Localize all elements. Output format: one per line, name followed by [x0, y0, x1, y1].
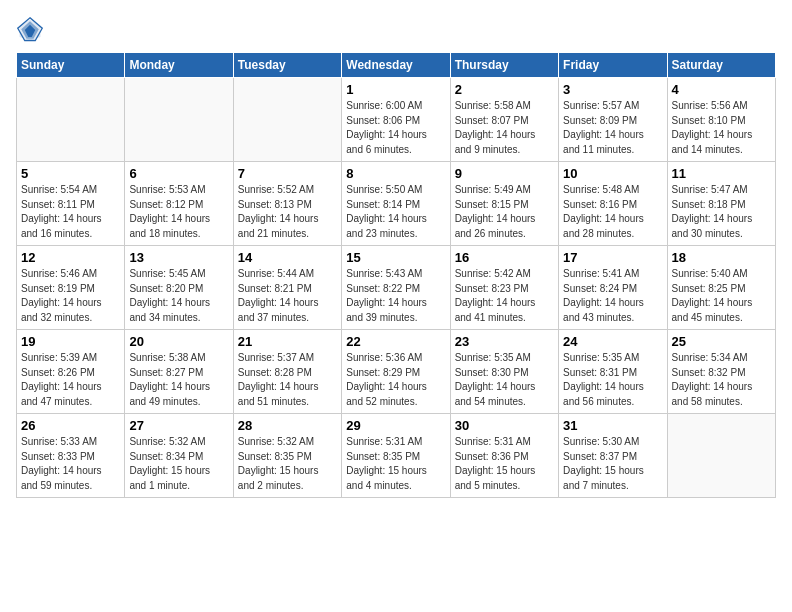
calendar-cell: 13Sunrise: 5:45 AMSunset: 8:20 PMDayligh…: [125, 246, 233, 330]
calendar-cell: 14Sunrise: 5:44 AMSunset: 8:21 PMDayligh…: [233, 246, 341, 330]
day-number: 26: [21, 418, 120, 433]
calendar-day-header: Wednesday: [342, 53, 450, 78]
calendar-header-row: SundayMondayTuesdayWednesdayThursdayFrid…: [17, 53, 776, 78]
calendar-cell: 25Sunrise: 5:34 AMSunset: 8:32 PMDayligh…: [667, 330, 775, 414]
cell-info: Sunrise: 5:52 AMSunset: 8:13 PMDaylight:…: [238, 183, 337, 241]
cell-info: Sunrise: 5:38 AMSunset: 8:27 PMDaylight:…: [129, 351, 228, 409]
day-number: 25: [672, 334, 771, 349]
day-number: 21: [238, 334, 337, 349]
day-number: 15: [346, 250, 445, 265]
cell-info: Sunrise: 5:39 AMSunset: 8:26 PMDaylight:…: [21, 351, 120, 409]
calendar-cell: 19Sunrise: 5:39 AMSunset: 8:26 PMDayligh…: [17, 330, 125, 414]
day-number: 4: [672, 82, 771, 97]
calendar-table: SundayMondayTuesdayWednesdayThursdayFrid…: [16, 52, 776, 498]
cell-info: Sunrise: 5:43 AMSunset: 8:22 PMDaylight:…: [346, 267, 445, 325]
day-number: 13: [129, 250, 228, 265]
cell-info: Sunrise: 5:50 AMSunset: 8:14 PMDaylight:…: [346, 183, 445, 241]
calendar-cell: 12Sunrise: 5:46 AMSunset: 8:19 PMDayligh…: [17, 246, 125, 330]
calendar-cell: [17, 78, 125, 162]
day-number: 31: [563, 418, 662, 433]
calendar-cell: [125, 78, 233, 162]
calendar-cell: 24Sunrise: 5:35 AMSunset: 8:31 PMDayligh…: [559, 330, 667, 414]
cell-info: Sunrise: 5:44 AMSunset: 8:21 PMDaylight:…: [238, 267, 337, 325]
day-number: 8: [346, 166, 445, 181]
day-number: 24: [563, 334, 662, 349]
calendar-cell: 15Sunrise: 5:43 AMSunset: 8:22 PMDayligh…: [342, 246, 450, 330]
cell-info: Sunrise: 5:37 AMSunset: 8:28 PMDaylight:…: [238, 351, 337, 409]
calendar-cell: 7Sunrise: 5:52 AMSunset: 8:13 PMDaylight…: [233, 162, 341, 246]
calendar-cell: 20Sunrise: 5:38 AMSunset: 8:27 PMDayligh…: [125, 330, 233, 414]
cell-info: Sunrise: 5:56 AMSunset: 8:10 PMDaylight:…: [672, 99, 771, 157]
cell-info: Sunrise: 5:36 AMSunset: 8:29 PMDaylight:…: [346, 351, 445, 409]
calendar-cell: 17Sunrise: 5:41 AMSunset: 8:24 PMDayligh…: [559, 246, 667, 330]
calendar-week-row: 19Sunrise: 5:39 AMSunset: 8:26 PMDayligh…: [17, 330, 776, 414]
cell-info: Sunrise: 5:32 AMSunset: 8:34 PMDaylight:…: [129, 435, 228, 493]
logo: [16, 16, 48, 44]
calendar-week-row: 26Sunrise: 5:33 AMSunset: 8:33 PMDayligh…: [17, 414, 776, 498]
calendar-day-header: Tuesday: [233, 53, 341, 78]
calendar-cell: 22Sunrise: 5:36 AMSunset: 8:29 PMDayligh…: [342, 330, 450, 414]
calendar-day-header: Monday: [125, 53, 233, 78]
cell-info: Sunrise: 5:40 AMSunset: 8:25 PMDaylight:…: [672, 267, 771, 325]
day-number: 6: [129, 166, 228, 181]
calendar-cell: 16Sunrise: 5:42 AMSunset: 8:23 PMDayligh…: [450, 246, 558, 330]
cell-info: Sunrise: 5:34 AMSunset: 8:32 PMDaylight:…: [672, 351, 771, 409]
calendar-cell: 28Sunrise: 5:32 AMSunset: 8:35 PMDayligh…: [233, 414, 341, 498]
calendar-cell: 23Sunrise: 5:35 AMSunset: 8:30 PMDayligh…: [450, 330, 558, 414]
calendar-cell: 18Sunrise: 5:40 AMSunset: 8:25 PMDayligh…: [667, 246, 775, 330]
day-number: 22: [346, 334, 445, 349]
logo-icon: [16, 16, 44, 44]
cell-info: Sunrise: 5:41 AMSunset: 8:24 PMDaylight:…: [563, 267, 662, 325]
day-number: 5: [21, 166, 120, 181]
cell-info: Sunrise: 5:49 AMSunset: 8:15 PMDaylight:…: [455, 183, 554, 241]
cell-info: Sunrise: 5:30 AMSunset: 8:37 PMDaylight:…: [563, 435, 662, 493]
calendar-cell: 6Sunrise: 5:53 AMSunset: 8:12 PMDaylight…: [125, 162, 233, 246]
cell-info: Sunrise: 5:42 AMSunset: 8:23 PMDaylight:…: [455, 267, 554, 325]
day-number: 18: [672, 250, 771, 265]
calendar-cell: 29Sunrise: 5:31 AMSunset: 8:35 PMDayligh…: [342, 414, 450, 498]
calendar-day-header: Saturday: [667, 53, 775, 78]
cell-info: Sunrise: 5:33 AMSunset: 8:33 PMDaylight:…: [21, 435, 120, 493]
calendar-cell: 21Sunrise: 5:37 AMSunset: 8:28 PMDayligh…: [233, 330, 341, 414]
calendar-cell: [233, 78, 341, 162]
cell-info: Sunrise: 5:58 AMSunset: 8:07 PMDaylight:…: [455, 99, 554, 157]
page-header: [16, 16, 776, 44]
day-number: 17: [563, 250, 662, 265]
calendar-cell: 10Sunrise: 5:48 AMSunset: 8:16 PMDayligh…: [559, 162, 667, 246]
day-number: 12: [21, 250, 120, 265]
calendar-week-row: 5Sunrise: 5:54 AMSunset: 8:11 PMDaylight…: [17, 162, 776, 246]
calendar-cell: 27Sunrise: 5:32 AMSunset: 8:34 PMDayligh…: [125, 414, 233, 498]
cell-info: Sunrise: 5:54 AMSunset: 8:11 PMDaylight:…: [21, 183, 120, 241]
calendar-cell: [667, 414, 775, 498]
calendar-cell: 2Sunrise: 5:58 AMSunset: 8:07 PMDaylight…: [450, 78, 558, 162]
calendar-cell: 1Sunrise: 6:00 AMSunset: 8:06 PMDaylight…: [342, 78, 450, 162]
cell-info: Sunrise: 5:32 AMSunset: 8:35 PMDaylight:…: [238, 435, 337, 493]
cell-info: Sunrise: 5:31 AMSunset: 8:36 PMDaylight:…: [455, 435, 554, 493]
day-number: 2: [455, 82, 554, 97]
cell-info: Sunrise: 5:45 AMSunset: 8:20 PMDaylight:…: [129, 267, 228, 325]
day-number: 14: [238, 250, 337, 265]
calendar-cell: 4Sunrise: 5:56 AMSunset: 8:10 PMDaylight…: [667, 78, 775, 162]
calendar-cell: 30Sunrise: 5:31 AMSunset: 8:36 PMDayligh…: [450, 414, 558, 498]
day-number: 7: [238, 166, 337, 181]
calendar-cell: 11Sunrise: 5:47 AMSunset: 8:18 PMDayligh…: [667, 162, 775, 246]
day-number: 16: [455, 250, 554, 265]
cell-info: Sunrise: 5:57 AMSunset: 8:09 PMDaylight:…: [563, 99, 662, 157]
calendar-week-row: 1Sunrise: 6:00 AMSunset: 8:06 PMDaylight…: [17, 78, 776, 162]
day-number: 27: [129, 418, 228, 433]
cell-info: Sunrise: 5:48 AMSunset: 8:16 PMDaylight:…: [563, 183, 662, 241]
calendar-day-header: Sunday: [17, 53, 125, 78]
cell-info: Sunrise: 5:47 AMSunset: 8:18 PMDaylight:…: [672, 183, 771, 241]
day-number: 9: [455, 166, 554, 181]
day-number: 29: [346, 418, 445, 433]
day-number: 30: [455, 418, 554, 433]
day-number: 1: [346, 82, 445, 97]
day-number: 10: [563, 166, 662, 181]
cell-info: Sunrise: 5:31 AMSunset: 8:35 PMDaylight:…: [346, 435, 445, 493]
cell-info: Sunrise: 5:35 AMSunset: 8:31 PMDaylight:…: [563, 351, 662, 409]
calendar-day-header: Thursday: [450, 53, 558, 78]
calendar-cell: 26Sunrise: 5:33 AMSunset: 8:33 PMDayligh…: [17, 414, 125, 498]
cell-info: Sunrise: 6:00 AMSunset: 8:06 PMDaylight:…: [346, 99, 445, 157]
calendar-cell: 5Sunrise: 5:54 AMSunset: 8:11 PMDaylight…: [17, 162, 125, 246]
calendar-cell: 9Sunrise: 5:49 AMSunset: 8:15 PMDaylight…: [450, 162, 558, 246]
